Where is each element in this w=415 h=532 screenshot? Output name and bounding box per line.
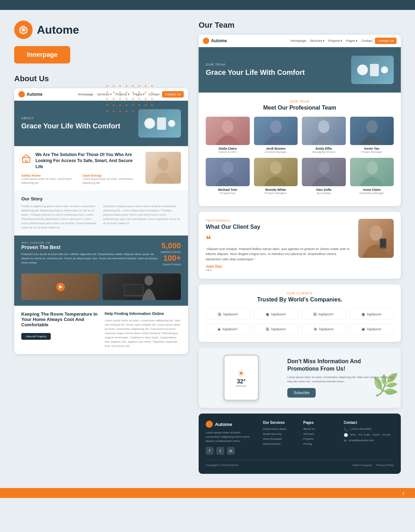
why-text: WHY CHOOSE US Proven The Best Praesent e… bbox=[21, 241, 161, 269]
footer-service-3[interactable]: Voice Assistant bbox=[263, 437, 296, 440]
bottom-right-title: Help Finding Information Online bbox=[105, 311, 181, 316]
email-icon: ✉ bbox=[344, 439, 347, 443]
why-image-1 bbox=[21, 273, 100, 300]
team-member-3: Emily Effie Managing Director bbox=[302, 117, 346, 154]
clients-label: OUR CLIENTS bbox=[206, 292, 394, 295]
client-logo-6: ⊞ logolpsum bbox=[254, 323, 298, 335]
footer-brand-col: Autome Lorem ipsum dolor sit amet, conse… bbox=[206, 421, 256, 455]
member-name-5: Michael Tom bbox=[206, 188, 250, 192]
footer-brand-desc: Lorem ipsum dolor sit amet, consectetur … bbox=[206, 431, 256, 443]
brand-logo bbox=[14, 21, 33, 39]
member-photo-3 bbox=[302, 117, 346, 145]
team-member-5: Michael Tom Programmer bbox=[206, 158, 250, 195]
about-icon-row: We Are The Solution For Those Of You Who… bbox=[21, 152, 141, 170]
footer-service-1[interactable]: Smart Home Basic bbox=[263, 427, 296, 431]
quote-author: John Doe bbox=[206, 265, 353, 268]
about-features: Safety Home Lorem ipsum dolor sit amet, … bbox=[21, 174, 141, 185]
main-wrapper: Autome Innerpage About Us Autome Homepag… bbox=[0, 10, 415, 488]
svg-point-10 bbox=[318, 120, 330, 133]
svg-point-14 bbox=[318, 161, 330, 174]
clock-icon: 🕐 bbox=[344, 433, 348, 437]
footer-card: Autome Lorem ipsum dolor sit amet, conse… bbox=[199, 414, 401, 474]
view-all-projects-button[interactable]: View All Projects bbox=[21, 333, 51, 340]
footer-page-4[interactable]: Pricing bbox=[303, 442, 337, 445]
stat-clients-num: 5,000 bbox=[161, 241, 181, 250]
member-name-1: Stella Claire bbox=[206, 147, 250, 150]
member-role-1: Owner & CEO bbox=[206, 150, 250, 154]
team-card: Autome Homepage Services ▾ Projects ▾ Pa… bbox=[199, 35, 401, 206]
member-photo-8 bbox=[350, 158, 394, 186]
newsletter-right: Don't Miss Information And Promotions Fr… bbox=[284, 348, 401, 408]
about-card: Autome Homepage Services ▾ Projects ▾ Pa… bbox=[14, 88, 188, 354]
member-role-6: Product Designer bbox=[254, 192, 298, 195]
subscribe-button[interactable]: Subscribe bbox=[287, 388, 316, 398]
team-grid-row1: Stella Claire Owner & CEO Jordi Boston G… bbox=[206, 117, 394, 154]
mini-contact-button[interactable]: Contact Us bbox=[162, 91, 184, 98]
about-hero-title: Grace Your Life With Comfort bbox=[21, 121, 120, 131]
svg-point-13 bbox=[270, 161, 281, 174]
bottom-right: Help Finding Information Online Lorem ip… bbox=[105, 311, 181, 348]
footer-brand-name: Autome bbox=[215, 422, 232, 427]
testimonial-person-image bbox=[358, 219, 394, 258]
member-name-6: Brenda White bbox=[254, 188, 298, 192]
footer-grid: Autome Lorem ipsum dolor sit amet, conse… bbox=[206, 421, 394, 455]
footer-service-4[interactable]: Smart Kitchen bbox=[263, 442, 296, 445]
team-mini-nav-links: Homepage Services ▾ Projects ▾ Pages ▾ C… bbox=[290, 39, 372, 43]
footer-page-2[interactable]: Services bbox=[303, 432, 337, 436]
footer-page-3[interactable]: Projects bbox=[303, 437, 337, 440]
client-logo-2: ◉ logolpsum bbox=[254, 309, 298, 320]
social-twitter[interactable]: t bbox=[216, 447, 224, 455]
phone-icon: 📞 bbox=[344, 427, 348, 431]
client-logo-7: ⊕ logolpsum bbox=[301, 323, 346, 335]
story-section: Our Story Facilisi a adipiscing ipsum lo… bbox=[14, 190, 188, 235]
svg-rect-3 bbox=[25, 160, 28, 162]
story-cols: Facilisi a adipiscing ipsum lorem dolor … bbox=[21, 204, 181, 230]
svg-point-12 bbox=[222, 161, 233, 174]
right-column: Our Team Autome Homepage Services ▾ Proj… bbox=[199, 21, 401, 474]
footer-help-link[interactable]: Help & Support bbox=[353, 464, 372, 467]
footer-service-2[interactable]: Smart Security bbox=[263, 432, 296, 436]
testimonial-label: TESTIMONIAL bbox=[206, 219, 353, 222]
footer-page-1[interactable]: About Us bbox=[303, 427, 337, 431]
play-button[interactable] bbox=[56, 283, 65, 291]
about-hero-text: ABOUT Grace Your Life With Comfort bbox=[21, 116, 120, 131]
member-photo-2 bbox=[254, 117, 298, 145]
quote-text: "Aliquam erat volutpat. Praesent finibus… bbox=[206, 246, 353, 262]
bottom-cols: Keeping The Room Temperature In Your Hom… bbox=[21, 311, 181, 348]
newsletter-desc: Lorem ipsum dolor sit amet, consectetur … bbox=[287, 375, 394, 384]
brand-name: Autome bbox=[37, 23, 79, 37]
team-mini-nav: Autome Homepage Services ▾ Projects ▾ Pa… bbox=[199, 35, 401, 47]
client-logo-3: ⊞ logolpsum° bbox=[301, 309, 346, 320]
team-hero-title: Grace Your Life With Comfort bbox=[206, 68, 305, 77]
social-instagram[interactable]: in bbox=[227, 447, 235, 455]
person-image bbox=[145, 152, 181, 184]
footer-privacy-link[interactable]: Privacy Policy bbox=[376, 464, 394, 467]
our-team-title: Our Team bbox=[199, 21, 401, 30]
svg-point-8 bbox=[222, 120, 233, 133]
svg-point-9 bbox=[270, 120, 281, 133]
contact-email-text: email@autome.com bbox=[349, 439, 374, 442]
innerpage-button[interactable]: Innerpage bbox=[14, 46, 70, 63]
footer-bottom: Copyright © 2023 Autome Help & Support P… bbox=[206, 460, 394, 467]
member-photo-1 bbox=[206, 117, 250, 145]
footer-links: Help & Support Privacy Policy bbox=[353, 464, 394, 467]
client-logo-4: ◉ logolpsum bbox=[349, 309, 394, 320]
brand-header: Autome bbox=[14, 21, 188, 39]
team-hero-text: OUR TEAM Grace Your Life With Comfort bbox=[206, 63, 305, 77]
story-col1: Facilisi a adipiscing ipsum lorem dolor … bbox=[21, 204, 99, 230]
svg-rect-18 bbox=[380, 239, 386, 248]
social-facebook[interactable]: f bbox=[206, 447, 214, 455]
stat-clients-label: Satisfied Clients bbox=[161, 250, 181, 254]
tablet-day: MONDAY bbox=[236, 385, 247, 387]
team-contact-button[interactable]: Contact Us bbox=[375, 38, 397, 44]
member-role-4: Project Manager bbox=[350, 150, 394, 154]
team-section-label: OUR TEAM bbox=[206, 100, 394, 103]
member-name-4: Kevin Tan bbox=[350, 147, 394, 150]
member-role-2: General Manager bbox=[254, 150, 298, 154]
svg-point-4 bbox=[158, 158, 168, 171]
mini-nav: Autome Homepage Services ▾ Projects ▾ Pa… bbox=[14, 88, 188, 101]
svg-point-11 bbox=[366, 120, 377, 133]
team-mini-nav-logo: Autome bbox=[203, 38, 227, 44]
member-name-2: Jordi Boston bbox=[254, 147, 298, 150]
about-subtitle: We Are The Solution For Those Of You Who… bbox=[35, 152, 141, 170]
